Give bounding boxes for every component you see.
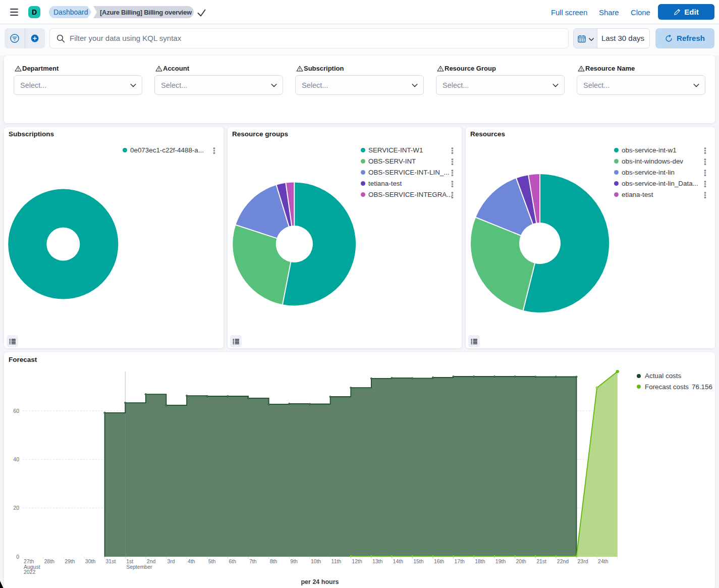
svg-text:7th: 7th xyxy=(249,558,257,564)
svg-text:5th: 5th xyxy=(208,558,216,564)
svg-text:4th: 4th xyxy=(188,558,195,564)
svg-text:28th: 28th xyxy=(44,558,55,564)
svg-text:30th: 30th xyxy=(85,558,96,564)
svg-text:23rd: 23rd xyxy=(578,558,588,564)
svg-text:8th: 8th xyxy=(270,558,278,564)
svg-text:17th: 17th xyxy=(455,558,465,564)
svg-text:19th: 19th xyxy=(495,558,506,564)
svg-text:15th: 15th xyxy=(413,558,424,564)
svg-text:Dashboard: Dashboard xyxy=(53,8,88,16)
svg-text:11th: 11th xyxy=(331,558,342,564)
svg-text:2022: 2022 xyxy=(24,569,36,575)
svg-text:3rd: 3rd xyxy=(167,558,175,564)
svg-text:31st: 31st xyxy=(106,558,116,564)
svg-text:18th: 18th xyxy=(475,558,485,564)
svg-text:12th: 12th xyxy=(352,558,362,564)
svg-text:21st: 21st xyxy=(536,558,546,564)
svg-text:40: 40 xyxy=(13,456,19,462)
svg-text:13th: 13th xyxy=(372,558,383,564)
svg-text:60: 60 xyxy=(13,408,19,414)
svg-text:20th: 20th xyxy=(516,558,527,564)
svg-text:per 24 hours: per 24 hours xyxy=(301,578,339,585)
svg-text:[Azure Billing] Billing overvi: [Azure Billing] Billing overview xyxy=(100,9,192,16)
svg-text:September: September xyxy=(126,564,152,570)
svg-text:0: 0 xyxy=(16,554,19,560)
svg-text:24th: 24th xyxy=(598,558,609,564)
svg-text:9th: 9th xyxy=(290,558,298,564)
svg-text:22nd: 22nd xyxy=(557,558,569,564)
svg-text:29th: 29th xyxy=(65,558,75,564)
svg-text:20: 20 xyxy=(13,505,19,511)
svg-text:16th: 16th xyxy=(434,558,445,564)
svg-text:14th: 14th xyxy=(393,558,404,564)
svg-text:6th: 6th xyxy=(229,558,236,564)
svg-text:10th: 10th xyxy=(311,558,321,564)
